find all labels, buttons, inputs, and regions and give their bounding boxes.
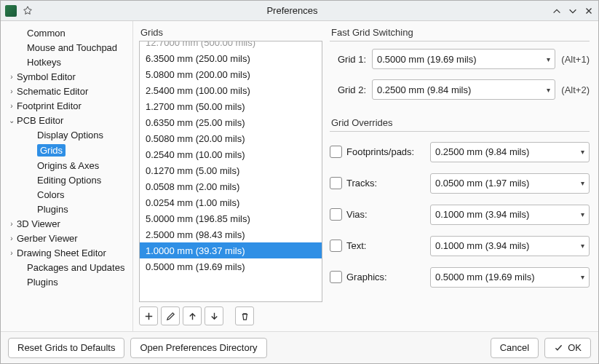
grid-list-item[interactable]: 5.0000 mm (196.85 mils) — [140, 210, 322, 226]
move-up-button[interactable] — [183, 306, 202, 325]
override-row: Tracks:0.0500 mm (1.97 mils)▾ — [330, 167, 590, 199]
override-row: Vias:0.1000 mm (3.94 mils)▾ — [330, 199, 590, 230]
edit-button[interactable] — [161, 306, 180, 325]
chevron-down-icon: ▾ — [581, 210, 584, 218]
tree-item[interactable]: Editing Options — [2, 173, 131, 187]
override-combo-1[interactable]: 0.0500 mm (1.97 mils)▾ — [430, 173, 590, 194]
tree-item-label: Symbol Editor — [17, 71, 76, 82]
override-row: Footprints/pads:0.2500 mm (9.84 mils)▾ — [330, 136, 590, 167]
open-prefs-dir-button[interactable]: Open Preferences Directory — [130, 338, 266, 358]
minimize-icon[interactable] — [552, 6, 562, 16]
grid-list-item[interactable]: 0.5080 mm (20.00 mils) — [140, 130, 322, 146]
chevron-right-icon: › — [7, 87, 17, 95]
override-combo-2[interactable]: 0.1000 mm (3.94 mils)▾ — [430, 205, 590, 225]
tree-item-label: PCB Editor — [17, 115, 63, 126]
grids-toolbar — [139, 302, 322, 325]
grid-list-item[interactable]: 6.3500 mm (250.00 mils) — [140, 50, 322, 66]
tree-item[interactable]: Packages and Updates — [2, 260, 131, 274]
override-check-4[interactable]: Graphics: — [330, 271, 424, 283]
grids-list[interactable]: 12.7000 mm (500.00 mils)6.3500 mm (250.0… — [139, 41, 322, 302]
tree-item-label: Common — [27, 28, 66, 39]
add-button[interactable] — [139, 306, 158, 325]
grid-list-item[interactable]: 0.6350 mm (25.00 mils) — [140, 114, 322, 130]
tree-item-label: Plugins — [27, 277, 58, 288]
checkbox-icon[interactable] — [330, 271, 342, 283]
tree-item[interactable]: Origins & Axes — [2, 158, 131, 173]
grid1-label: Grid 1: — [330, 54, 366, 65]
override-label: Tracks: — [346, 178, 377, 189]
tree-item[interactable]: Mouse and Touchpad — [2, 40, 131, 55]
tree-item[interactable]: ›Symbol Editor — [2, 69, 131, 84]
tree-item-label: Footprint Editor — [17, 100, 82, 111]
grid1-combo[interactable]: 0.5000 mm (19.69 mils) ▾ — [372, 49, 555, 69]
override-combo-4[interactable]: 0.5000 mm (19.69 mils)▾ — [430, 267, 590, 288]
grid-list-item[interactable]: 0.0254 mm (1.00 mils) — [140, 194, 322, 210]
override-check-1[interactable]: Tracks: — [330, 177, 424, 189]
override-row: Graphics:0.5000 mm (19.69 mils)▾ — [330, 261, 590, 293]
grid-list-item[interactable]: 0.0508 mm (2.00 mils) — [140, 178, 322, 194]
tree-item-label: Grids — [37, 144, 66, 157]
grid-list-item[interactable]: 0.2540 mm (10.00 mils) — [140, 146, 322, 162]
override-combo-0[interactable]: 0.2500 mm (9.84 mils)▾ — [430, 142, 590, 162]
tree-item-label: Schematic Editor — [17, 86, 88, 97]
grid-list-item[interactable]: 12.7000 mm (500.00 mils) — [140, 41, 322, 50]
app-icon — [5, 5, 17, 17]
tree-item[interactable]: ›Footprint Editor — [2, 98, 131, 113]
chevron-down-icon: ▾ — [547, 55, 550, 63]
check-icon — [554, 343, 563, 352]
tree-item[interactable]: Grids — [2, 142, 131, 158]
tree-item-label: Display Options — [37, 130, 103, 141]
pin-icon[interactable] — [23, 6, 33, 16]
grid-list-item[interactable]: 2.5400 mm (100.00 mils) — [140, 82, 322, 98]
chevron-down-icon: ⌄ — [7, 116, 17, 124]
tree-item[interactable]: Display Options — [2, 127, 131, 142]
grid2-combo[interactable]: 0.2500 mm (9.84 mils) ▾ — [372, 79, 555, 100]
tree-item[interactable]: ›3D Viewer — [2, 216, 131, 231]
close-icon[interactable] — [584, 6, 594, 16]
override-label: Graphics: — [346, 272, 387, 282]
grid-list-item[interactable]: 1.2700 mm (50.00 mils) — [140, 98, 322, 114]
tree-item[interactable]: Hotkeys — [2, 55, 131, 69]
checkbox-icon[interactable] — [330, 240, 342, 252]
tree-item[interactable]: Plugins — [2, 274, 131, 289]
grid-list-item[interactable]: 5.0800 mm (200.00 mils) — [140, 66, 322, 82]
move-down-button[interactable] — [205, 306, 223, 325]
cancel-button[interactable]: Cancel — [491, 338, 539, 358]
override-value: 0.1000 mm (3.94 mils) — [435, 209, 581, 220]
grid2-label: Grid 2: — [330, 84, 366, 95]
chevron-right-icon: › — [7, 102, 17, 110]
fast-grid-heading: Fast Grid Switching — [330, 27, 590, 41]
tree-item[interactable]: ›Schematic Editor — [2, 84, 131, 98]
nav-tree[interactable]: CommonMouse and TouchpadHotkeys›Symbol E… — [1, 21, 133, 331]
override-check-2[interactable]: Vias: — [330, 208, 424, 221]
override-value: 0.2500 mm (9.84 mils) — [435, 146, 581, 157]
delete-button[interactable] — [235, 306, 254, 325]
override-check-0[interactable]: Footprints/pads: — [330, 146, 424, 158]
checkbox-icon[interactable] — [330, 177, 342, 189]
tree-item-label: 3D Viewer — [17, 218, 60, 229]
ok-button[interactable]: OK — [544, 338, 591, 358]
grid-list-item[interactable]: 0.1270 mm (5.00 mils) — [140, 162, 322, 178]
checkbox-icon[interactable] — [330, 146, 342, 158]
grid-list-item[interactable]: 0.5000 mm (19.69 mils) — [140, 258, 322, 274]
override-label: Text: — [346, 240, 366, 251]
override-value: 0.1000 mm (3.94 mils) — [435, 240, 581, 251]
bottom-bar: Reset Grids to Defaults Open Preferences… — [1, 331, 598, 363]
tree-item[interactable]: ›Drawing Sheet Editor — [2, 245, 131, 260]
reset-grids-button[interactable]: Reset Grids to Defaults — [8, 338, 124, 358]
tree-item-label: Mouse and Touchpad — [27, 42, 117, 53]
grid-list-item[interactable]: 1.0000 mm (39.37 mils) — [140, 242, 322, 258]
tree-item[interactable]: ⌄PCB Editor — [2, 113, 131, 127]
tree-item[interactable]: Common — [2, 25, 131, 40]
chevron-right-icon: › — [7, 220, 17, 228]
checkbox-icon[interactable] — [330, 208, 342, 221]
grid1-value: 0.5000 mm (19.69 mils) — [377, 54, 547, 65]
tree-item[interactable]: Plugins — [2, 202, 131, 216]
titlebar: Preferences — [1, 1, 598, 21]
maximize-icon[interactable] — [568, 6, 578, 16]
tree-item[interactable]: Colors — [2, 187, 131, 202]
override-combo-3[interactable]: 0.1000 mm (3.94 mils)▾ — [430, 236, 590, 256]
override-check-3[interactable]: Text: — [330, 240, 424, 252]
grid-list-item[interactable]: 2.5000 mm (98.43 mils) — [140, 226, 322, 242]
tree-item[interactable]: ›Gerber Viewer — [2, 231, 131, 245]
